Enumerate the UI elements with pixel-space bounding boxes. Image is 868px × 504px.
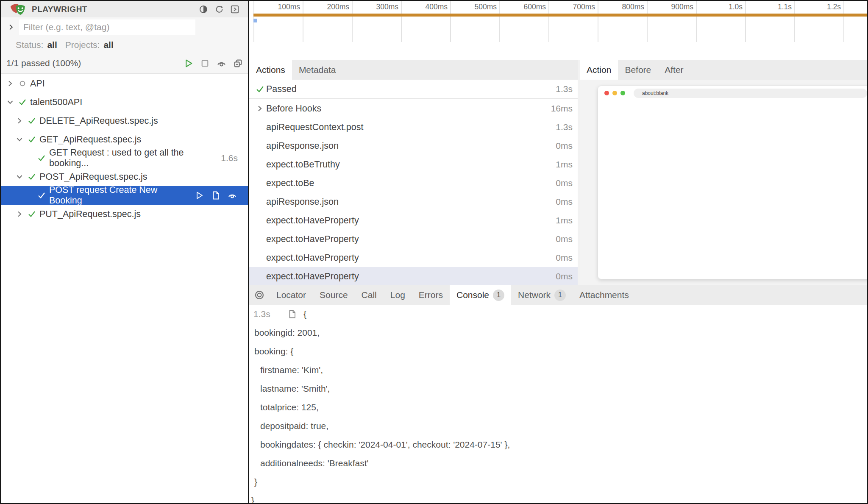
chevron-right-icon[interactable] (253, 104, 266, 113)
tree-item-delete-spec[interactable]: DELETE_ApiRequest.spec.js (1, 111, 248, 130)
timeline-gridline (450, 1, 451, 42)
tab-log[interactable]: Log (384, 285, 412, 305)
console-entry-header: 1.3s { (249, 305, 867, 323)
timeline-tick: 1.2s (797, 3, 841, 11)
console-line: lastname: 'Smith', (249, 379, 867, 398)
test-list-sidebar: PLAYWRIGHT Status: all Projec (1, 1, 249, 503)
tab-label: After (665, 65, 683, 75)
timeline-ruler[interactable]: 100ms 200ms 300ms 400ms 500ms 600ms 700m… (249, 1, 867, 60)
pass-check-icon (27, 172, 36, 181)
action-row[interactable]: apiResponse.json 0ms (249, 192, 578, 211)
action-label: Passed (266, 84, 297, 95)
tab-after[interactable]: After (658, 60, 690, 80)
status-value[interactable]: all (47, 40, 57, 50)
timeline-tick: 100ms (256, 3, 300, 11)
actions-panel: Actions Metadata Passed 1.3s Before Hook… (249, 60, 580, 285)
timeline-gridline (352, 1, 353, 42)
tree-item-label: POST request Create New Booking (49, 185, 192, 206)
action-duration: 1ms (556, 215, 573, 226)
timeline-gridline (696, 1, 697, 42)
action-list: Passed 1.3s Before Hooks 16ms apiRequest… (249, 80, 578, 285)
tab-attachments[interactable]: Attachments (573, 285, 636, 305)
action-row[interactable]: expect.toHaveProperty 0ms (249, 230, 578, 248)
watch-all-button[interactable] (217, 58, 226, 68)
tab-network[interactable]: Network 1 (511, 285, 573, 305)
tab-console[interactable]: Console 1 (450, 285, 511, 305)
pick-locator-icon[interactable] (249, 285, 270, 305)
action-label: apiResponse.json (266, 141, 339, 151)
tree-item-post-spec[interactable]: POST_ApiRequest.spec.js (1, 167, 248, 186)
timeline-gridline (548, 1, 549, 42)
tab-label: Network (518, 290, 551, 300)
console-output[interactable]: 1.3s { bookingid: 2001, booking: { first… (249, 305, 867, 503)
chevron-down-icon[interactable] (15, 172, 24, 181)
run-test-button[interactable] (195, 191, 204, 200)
main-area: 100ms 200ms 300ms 400ms 500ms 600ms 700m… (249, 1, 867, 503)
tab-label: Errors (419, 290, 443, 300)
tree-item-get-test[interactable]: GET Request : used to get all the bookin… (1, 149, 248, 167)
watch-test-button[interactable] (228, 191, 237, 200)
tree-item-label: GET Request : used to get all the bookin… (49, 148, 218, 169)
tab-errors[interactable]: Errors (412, 285, 450, 305)
run-all-button[interactable] (184, 58, 193, 68)
tab-label: Console (456, 290, 489, 300)
console-count-badge: 1 (493, 290, 504, 301)
action-row[interactable]: expect.toHaveProperty 0ms (249, 248, 578, 267)
action-row-passed[interactable]: Passed 1.3s (249, 80, 578, 99)
test-tree: API talent500API DELETE_ApiRequest.spec.… (1, 74, 248, 503)
collapse-all-button[interactable] (233, 58, 243, 68)
theme-contrast-icon[interactable] (199, 5, 208, 14)
tree-item-label: API (30, 78, 45, 89)
traffic-light-minimize-icon (612, 91, 617, 95)
action-duration: 1ms (556, 159, 573, 170)
tree-item-post-test-selected[interactable]: POST request Create New Booking (1, 186, 248, 205)
tab-label: Log (390, 290, 405, 300)
chevron-right-icon[interactable] (6, 79, 15, 88)
show-source-button[interactable] (211, 191, 220, 200)
action-row[interactable]: apiResponse.json 0ms (249, 136, 578, 155)
console-entry-time: 1.3s (253, 309, 274, 319)
timeline-tick: 400ms (403, 3, 448, 11)
chevron-right-icon[interactable] (15, 209, 24, 219)
filter-status-row[interactable]: Status: all Projects: all (1, 37, 248, 53)
action-row-selected[interactable]: expect.toHaveProperty 0ms (249, 267, 578, 285)
tree-item-api[interactable]: API (1, 74, 248, 93)
filter-section-chevron-icon[interactable] (6, 22, 16, 32)
timeline-gridline (794, 1, 795, 42)
stop-button[interactable] (200, 58, 210, 68)
chevron-down-icon[interactable] (6, 97, 15, 107)
tree-item-put-spec[interactable]: PUT_ApiRequest.spec.js (1, 205, 248, 223)
collapse-panel-icon[interactable] (230, 5, 239, 14)
action-row-before-hooks[interactable]: Before Hooks 16ms (249, 99, 578, 118)
reload-icon[interactable] (214, 5, 224, 14)
tab-label: Locator (276, 290, 306, 300)
tree-item-talent500api[interactable]: talent500API (1, 93, 248, 111)
action-row[interactable]: expect.toBe 0ms (249, 174, 578, 192)
timeline-gridline (303, 1, 303, 42)
tab-actions[interactable]: Actions (249, 60, 292, 80)
action-label: expect.toHaveProperty (266, 271, 359, 282)
sidebar-header: PLAYWRIGHT (1, 1, 248, 17)
chevron-right-icon[interactable] (15, 116, 24, 125)
tab-action[interactable]: Action (580, 60, 618, 80)
pass-check-icon (37, 153, 46, 163)
projects-value[interactable]: all (103, 40, 113, 50)
chevron-down-icon[interactable] (15, 135, 24, 144)
action-row[interactable]: expect.toHaveProperty 1ms (249, 211, 578, 230)
tab-source[interactable]: Source (313, 285, 355, 305)
run-summary: 1/1 passed (100%) (6, 58, 184, 68)
tab-call[interactable]: Call (355, 285, 384, 305)
tab-locator[interactable]: Locator (270, 285, 313, 305)
tab-metadata[interactable]: Metadata (292, 60, 343, 80)
browser-snapshot-window: about:blank (598, 86, 867, 279)
action-row[interactable]: expect.toBeTruthy 1ms (249, 155, 578, 174)
action-row[interactable]: apiRequestContext.post 1.3s (249, 118, 578, 136)
console-line: additionalneeds: 'Breakfast' (249, 454, 867, 473)
console-line: depositpaid: true, (249, 417, 867, 435)
action-duration: 0ms (556, 234, 573, 244)
tab-before[interactable]: Before (618, 60, 658, 80)
filter-input[interactable] (19, 19, 195, 35)
tree-item-get-spec[interactable]: GET_ApiRequest.spec.js (1, 130, 248, 149)
timeline-tick: 800ms (600, 3, 644, 11)
timeline-tick: 500ms (453, 3, 497, 11)
